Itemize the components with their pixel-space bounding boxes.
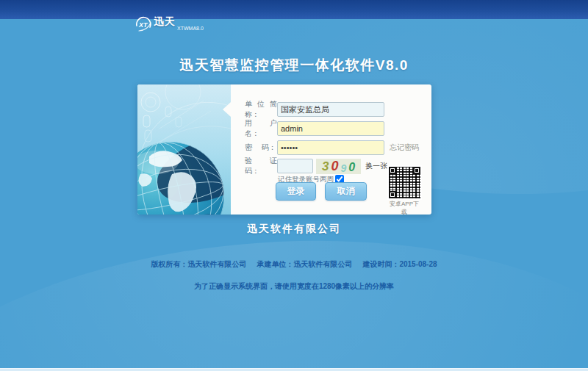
forgot-password-link[interactable]: 忘记密码 bbox=[390, 143, 419, 153]
username-input[interactable] bbox=[277, 121, 384, 136]
build-time-text: 建设时间：2015-08-28 bbox=[362, 260, 437, 268]
captcha-digit: 0 bbox=[331, 159, 338, 173]
builder-text: 承建单位：迅天软件有限公司 bbox=[257, 260, 352, 268]
captcha-label: 验 证 码： bbox=[245, 156, 277, 176]
copyright-text: 版权所有：迅天软件有限公司 bbox=[151, 260, 246, 268]
svg-text:XT: XT bbox=[138, 21, 148, 29]
bottom-strip bbox=[0, 368, 588, 371]
username-label: 用 户 名： bbox=[245, 118, 277, 139]
logo-brand: 迅天 bbox=[154, 15, 176, 29]
copyright-line: 版权所有：迅天软件有限公司承建单位：迅天软件有限公司建设时间：2015-08-2… bbox=[0, 259, 588, 270]
logo: XT 迅天 XTWMA8.0 bbox=[135, 15, 204, 33]
captcha-row: 验 证 码： 3 0 9 0 换一张 bbox=[231, 159, 387, 173]
page-title: 迅天智慧监控管理一体化软件V8.0 bbox=[0, 56, 588, 75]
password-input[interactable] bbox=[277, 140, 384, 155]
app-download-label: 安卓APP下载 bbox=[387, 200, 421, 216]
company-name: 迅天软件有限公司 bbox=[0, 223, 588, 236]
resolution-note: 为了正确显示系统界面，请使用宽度在1280像素以上的分辨率 bbox=[0, 281, 588, 292]
captcha-digit: 3 bbox=[322, 160, 329, 173]
change-captcha-link[interactable]: 换一张 bbox=[365, 161, 387, 171]
logo-version: XTWMA8.0 bbox=[177, 26, 204, 31]
username-row: 用 户 名： bbox=[231, 121, 384, 136]
login-form: 单位简称： 用 户 名： 密 码： 忘记密码 验 证 码： 3 0 9 0 bbox=[231, 84, 431, 215]
background-wave bbox=[0, 215, 588, 371]
captcha-image: 3 0 9 0 bbox=[316, 159, 361, 174]
login-button[interactable]: 登录 bbox=[276, 182, 316, 201]
globe-image bbox=[137, 84, 231, 215]
app-download: 安卓APP下载 bbox=[387, 167, 421, 216]
unit-row: 单位简称： bbox=[231, 102, 384, 117]
buttons-row: 登录 取消 bbox=[276, 182, 367, 201]
login-panel: 单位简称： 用 户 名： 密 码： 忘记密码 验 证 码： 3 0 9 0 bbox=[137, 84, 431, 215]
qr-finder bbox=[389, 191, 396, 198]
login-page: XT 迅天 XTWMA8.0 迅天智慧监控管理一体化软件V8.0 bbox=[0, 0, 588, 371]
qr-finder bbox=[389, 167, 396, 174]
captcha-digit: 9 bbox=[340, 163, 346, 173]
top-band bbox=[0, 0, 588, 19]
password-row: 密 码： 忘记密码 bbox=[231, 140, 419, 155]
logo-swoosh-icon: XT bbox=[135, 15, 152, 33]
captcha-digit: 0 bbox=[348, 162, 355, 173]
captcha-input[interactable] bbox=[277, 159, 313, 173]
unit-label: 单位简称： bbox=[245, 99, 277, 120]
qr-code bbox=[389, 167, 420, 198]
cancel-button[interactable]: 取消 bbox=[325, 182, 367, 201]
password-label: 密 码： bbox=[245, 143, 277, 153]
qr-finder bbox=[413, 167, 420, 174]
arrow-left-decoration bbox=[223, 102, 231, 117]
unit-input[interactable] bbox=[277, 102, 384, 117]
